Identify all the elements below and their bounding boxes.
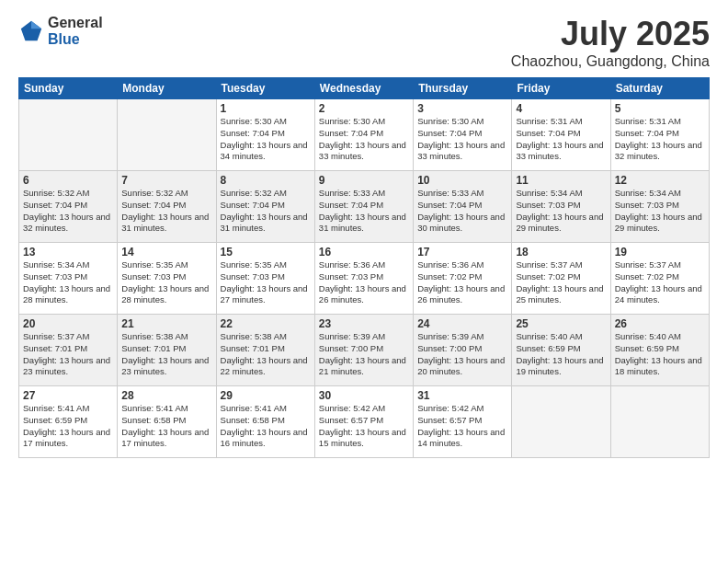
daylight: Daylight: 13 hours and 25 minutes. xyxy=(516,283,603,305)
calendar-week-row: 13Sunrise: 5:34 AMSunset: 7:03 PMDayligh… xyxy=(19,243,710,315)
calendar-cell: 13Sunrise: 5:34 AMSunset: 7:03 PMDayligh… xyxy=(19,243,118,315)
day-info: Sunrise: 5:32 AMSunset: 7:04 PMDaylight:… xyxy=(121,188,211,235)
daylight: Daylight: 13 hours and 34 minutes. xyxy=(221,140,308,162)
sunset: Sunset: 7:04 PM xyxy=(121,200,186,210)
calendar-cell: 31Sunrise: 5:42 AMSunset: 6:57 PMDayligh… xyxy=(414,386,512,458)
day-info: Sunrise: 5:42 AMSunset: 6:57 PMDaylight:… xyxy=(417,403,507,450)
day-info: Sunrise: 5:41 AMSunset: 6:58 PMDaylight:… xyxy=(221,403,311,450)
sunrise: Sunrise: 5:32 AM xyxy=(221,188,287,198)
sunrise: Sunrise: 5:34 AM xyxy=(516,188,582,198)
day-info: Sunrise: 5:33 AMSunset: 7:04 PMDaylight:… xyxy=(319,188,409,235)
day-number: 3 xyxy=(417,102,507,115)
day-number: 26 xyxy=(615,317,705,330)
calendar-cell: 30Sunrise: 5:42 AMSunset: 6:57 PMDayligh… xyxy=(314,386,413,458)
sunrise: Sunrise: 5:35 AM xyxy=(221,259,287,270)
sunrise: Sunrise: 5:33 AM xyxy=(319,188,385,198)
day-info: Sunrise: 5:30 AMSunset: 7:04 PMDaylight:… xyxy=(221,116,311,163)
sunset: Sunset: 7:01 PM xyxy=(221,343,285,353)
day-number: 24 xyxy=(417,317,507,330)
sunrise: Sunrise: 5:34 AM xyxy=(23,259,89,270)
calendar-cell: 20Sunrise: 5:37 AMSunset: 7:01 PMDayligh… xyxy=(19,315,118,386)
sunset: Sunset: 7:00 PM xyxy=(417,343,482,353)
day-number: 18 xyxy=(516,246,606,259)
day-info: Sunrise: 5:30 AMSunset: 7:04 PMDaylight:… xyxy=(417,116,507,163)
calendar-cell: 10Sunrise: 5:33 AMSunset: 7:04 PMDayligh… xyxy=(414,171,512,243)
sunset: Sunset: 7:04 PM xyxy=(221,200,285,210)
day-number: 20 xyxy=(23,317,113,330)
day-info: Sunrise: 5:41 AMSunset: 6:59 PMDaylight:… xyxy=(23,403,113,450)
daylight: Daylight: 13 hours and 19 minutes. xyxy=(516,355,603,377)
sunrise: Sunrise: 5:37 AM xyxy=(615,259,681,270)
calendar-week-row: 1Sunrise: 5:30 AMSunset: 7:04 PMDaylight… xyxy=(19,99,710,171)
daylight: Daylight: 13 hours and 29 minutes. xyxy=(615,212,702,234)
calendar-cell: 12Sunrise: 5:34 AMSunset: 7:03 PMDayligh… xyxy=(610,171,709,243)
sunset: Sunset: 7:04 PM xyxy=(319,200,383,210)
sunrise: Sunrise: 5:33 AM xyxy=(417,188,483,198)
sunrise: Sunrise: 5:30 AM xyxy=(221,116,287,126)
day-info: Sunrise: 5:37 AMSunset: 7:02 PMDaylight:… xyxy=(615,259,705,306)
day-number: 13 xyxy=(23,246,113,259)
day-of-week-header: Saturday xyxy=(610,78,709,99)
day-info: Sunrise: 5:31 AMSunset: 7:04 PMDaylight:… xyxy=(516,116,606,163)
day-number: 28 xyxy=(121,389,211,402)
daylight: Daylight: 13 hours and 33 minutes. xyxy=(516,140,603,162)
sunset: Sunset: 7:03 PM xyxy=(121,271,186,282)
day-number: 10 xyxy=(417,174,507,187)
sunrise: Sunrise: 5:34 AM xyxy=(615,188,681,198)
day-info: Sunrise: 5:37 AMSunset: 7:01 PMDaylight:… xyxy=(23,331,113,378)
day-info: Sunrise: 5:41 AMSunset: 6:58 PMDaylight:… xyxy=(121,403,211,450)
day-number: 17 xyxy=(417,246,507,259)
day-number: 12 xyxy=(615,174,705,187)
daylight: Daylight: 13 hours and 18 minutes. xyxy=(615,355,702,377)
calendar-cell: 3Sunrise: 5:30 AMSunset: 7:04 PMDaylight… xyxy=(414,99,512,171)
month-title: July 2025 xyxy=(511,15,710,53)
calendar-cell: 17Sunrise: 5:36 AMSunset: 7:02 PMDayligh… xyxy=(414,243,512,315)
logo: General Blue xyxy=(18,15,103,47)
calendar-cell xyxy=(610,386,709,458)
calendar-body: 1Sunrise: 5:30 AMSunset: 7:04 PMDaylight… xyxy=(19,99,710,458)
calendar-cell: 8Sunrise: 5:32 AMSunset: 7:04 PMDaylight… xyxy=(216,171,314,243)
sunrise: Sunrise: 5:35 AM xyxy=(121,259,188,270)
page: General Blue July 2025 Chaozhou, Guangdo… xyxy=(0,0,728,563)
day-of-week-header: Monday xyxy=(118,78,216,99)
sunset: Sunset: 7:04 PM xyxy=(221,128,285,138)
sunrise: Sunrise: 5:40 AM xyxy=(615,331,681,341)
day-number: 5 xyxy=(615,102,705,115)
day-info: Sunrise: 5:32 AMSunset: 7:04 PMDaylight:… xyxy=(221,188,311,235)
day-info: Sunrise: 5:34 AMSunset: 7:03 PMDaylight:… xyxy=(516,188,606,235)
daylight: Daylight: 13 hours and 28 minutes. xyxy=(23,283,110,305)
sunrise: Sunrise: 5:39 AM xyxy=(417,331,483,341)
calendar-cell: 26Sunrise: 5:40 AMSunset: 6:59 PMDayligh… xyxy=(610,315,709,386)
daylight: Daylight: 13 hours and 33 minutes. xyxy=(417,140,505,162)
calendar-cell: 14Sunrise: 5:35 AMSunset: 7:03 PMDayligh… xyxy=(118,243,216,315)
sunset: Sunset: 7:03 PM xyxy=(615,200,679,210)
sunset: Sunset: 6:57 PM xyxy=(319,415,383,425)
calendar-cell: 2Sunrise: 5:30 AMSunset: 7:04 PMDaylight… xyxy=(314,99,413,171)
logo-text: General Blue xyxy=(48,15,103,47)
sunrise: Sunrise: 5:37 AM xyxy=(23,331,89,341)
day-info: Sunrise: 5:39 AMSunset: 7:00 PMDaylight:… xyxy=(417,331,507,378)
day-info: Sunrise: 5:36 AMSunset: 7:03 PMDaylight:… xyxy=(319,259,409,306)
daylight: Daylight: 13 hours and 17 minutes. xyxy=(121,427,209,449)
calendar-cell: 23Sunrise: 5:39 AMSunset: 7:00 PMDayligh… xyxy=(314,315,413,386)
calendar-header: SundayMondayTuesdayWednesdayThursdayFrid… xyxy=(19,78,710,99)
day-of-week-header: Sunday xyxy=(19,78,118,99)
calendar-cell: 27Sunrise: 5:41 AMSunset: 6:59 PMDayligh… xyxy=(19,386,118,458)
day-info: Sunrise: 5:39 AMSunset: 7:00 PMDaylight:… xyxy=(319,331,409,378)
svg-marker-1 xyxy=(31,20,41,28)
day-number: 22 xyxy=(221,317,311,330)
daylight: Daylight: 13 hours and 26 minutes. xyxy=(319,283,406,305)
day-info: Sunrise: 5:42 AMSunset: 6:57 PMDaylight:… xyxy=(319,403,409,450)
header: General Blue July 2025 Chaozhou, Guangdo… xyxy=(18,15,710,70)
day-number: 19 xyxy=(615,246,705,259)
logo-general: General xyxy=(48,15,103,31)
location-title: Chaozhou, Guangdong, China xyxy=(511,53,710,70)
calendar-cell: 16Sunrise: 5:36 AMSunset: 7:03 PMDayligh… xyxy=(314,243,413,315)
day-of-week-header: Wednesday xyxy=(314,78,413,99)
day-number: 9 xyxy=(319,174,409,187)
daylight: Daylight: 13 hours and 28 minutes. xyxy=(121,283,209,305)
day-number: 29 xyxy=(221,389,311,402)
sunset: Sunset: 6:59 PM xyxy=(23,415,87,425)
sunset: Sunset: 6:59 PM xyxy=(516,343,580,353)
calendar-cell: 4Sunrise: 5:31 AMSunset: 7:04 PMDaylight… xyxy=(512,99,610,171)
